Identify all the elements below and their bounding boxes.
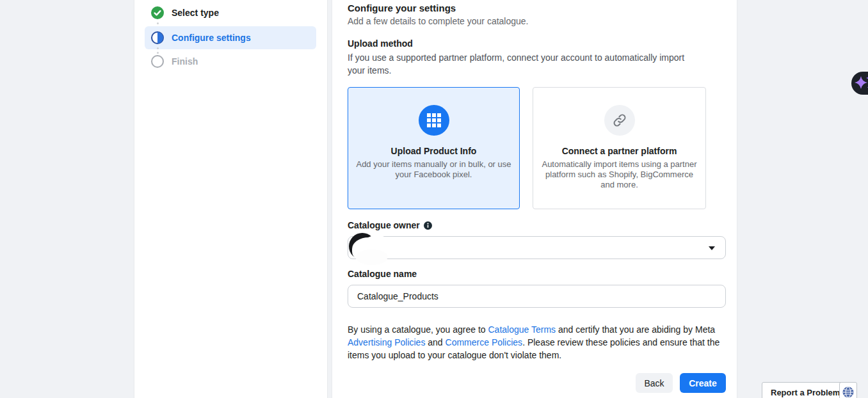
page-subtitle: Add a few details to complete your catal…: [348, 16, 529, 26]
step-label: Finish: [172, 56, 198, 67]
advertising-policies-link[interactable]: Advertising Policies: [348, 337, 425, 347]
info-icon[interactable]: [424, 221, 432, 230]
globe-icon: [842, 386, 854, 398]
catalogue-wizard-page: { "colors": { "accent_blue": "#1877f2", …: [0, 0, 868, 398]
step-finish: Finish: [145, 50, 316, 73]
step-label: Select type: [172, 8, 219, 18]
card-title: Connect a partner platform: [533, 146, 705, 156]
upload-product-info-card[interactable]: Upload Product Info Add your items manua…: [348, 87, 520, 209]
globe-language-button[interactable]: [839, 382, 857, 398]
card-title: Upload Product Info: [348, 146, 519, 156]
catalogue-name-label: Catalogue name: [348, 269, 417, 279]
caret-down-icon: [709, 246, 715, 250]
create-button[interactable]: Create: [680, 373, 726, 393]
step-label: Configure settings: [172, 33, 251, 43]
sparkles-icon: [855, 74, 868, 92]
catalogue-terms-link[interactable]: Catalogue Terms: [488, 324, 556, 335]
step-connector-dot: [157, 47, 159, 49]
back-button[interactable]: Back: [636, 373, 673, 393]
commerce-policies-link[interactable]: Commerce Policies: [446, 337, 523, 347]
terms-text: By using a catalogue, you agree to Catal…: [348, 323, 724, 362]
catalogue-owner-select[interactable]: [348, 236, 726, 259]
connect-partner-platform-card[interactable]: Connect a partner platform Automatically…: [533, 87, 706, 209]
check-circle-icon: [151, 6, 164, 19]
empty-circle-icon: [151, 55, 164, 68]
step-connector-dot: [157, 22, 159, 24]
step-select-type[interactable]: Select type: [145, 1, 316, 24]
catalogue-owner-label: Catalogue owner: [348, 220, 432, 230]
card-description: Automatically import items using a partn…: [539, 159, 700, 190]
catalogue-name-input[interactable]: [348, 285, 726, 308]
wizard-steps-panel: Select type Configure settings Finish: [134, 0, 327, 398]
link-icon: [604, 105, 635, 136]
step-configure-settings[interactable]: Configure settings: [145, 26, 316, 49]
configure-settings-panel: Configure your settings Add a few detail…: [332, 0, 737, 398]
page-title: Configure your settings: [348, 3, 456, 13]
grid-icon: [419, 105, 449, 136]
upload-method-description: If you use a supported partner platform,…: [348, 51, 698, 77]
upload-method-label: Upload method: [348, 38, 413, 49]
ai-assistant-button[interactable]: [851, 72, 868, 95]
card-description: Add your items manually or in bulk, or u…: [353, 159, 515, 180]
report-problem-button[interactable]: Report a Problem: [762, 382, 849, 398]
half-filled-circle-icon: [151, 31, 164, 44]
